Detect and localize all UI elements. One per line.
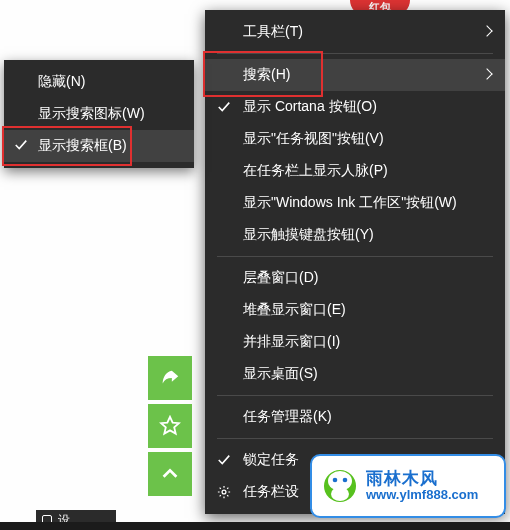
chevron-up-icon — [159, 463, 181, 485]
svg-point-0 — [222, 490, 226, 494]
menu-stacked-label: 堆叠显示窗口(E) — [243, 301, 346, 319]
menu-cortana-button-label: 显示 Cortana 按钮(O) — [243, 98, 377, 116]
menu-lock-taskbar-label: 锁定任务 — [243, 451, 299, 469]
menu-toolbars-label: 工具栏(T) — [243, 23, 303, 41]
menu-search-label: 搜索(H) — [243, 66, 290, 84]
svg-point-4 — [343, 478, 348, 483]
search-show-icon-label: 显示搜索图标(W) — [38, 105, 145, 123]
svg-point-5 — [331, 487, 349, 501]
search-show-box[interactable]: 显示搜索框(B) — [4, 130, 194, 162]
separator — [217, 438, 493, 439]
menu-side-by-side[interactable]: 并排显示窗口(I) — [205, 326, 505, 358]
menu-windows-ink-label: 显示"Windows Ink 工作区"按钮(W) — [243, 194, 457, 212]
checkmark-icon — [14, 138, 28, 152]
search-show-icon[interactable]: 显示搜索图标(W) — [4, 98, 194, 130]
watermark-url: www.ylmf888.com — [366, 488, 478, 502]
menu-search[interactable]: 搜索(H) — [205, 59, 505, 91]
menu-people-label: 在任务栏上显示人脉(P) — [243, 162, 388, 180]
checkmark-icon — [217, 453, 231, 467]
menu-stacked[interactable]: 堆叠显示窗口(E) — [205, 294, 505, 326]
search-hidden-label: 隐藏(N) — [38, 73, 85, 91]
menu-touch-keyboard-label: 显示触摸键盘按钮(Y) — [243, 226, 374, 244]
menu-cortana-button[interactable]: 显示 Cortana 按钮(O) — [205, 91, 505, 123]
star-icon — [159, 415, 181, 437]
taskbar-strip — [0, 522, 510, 530]
gear-icon — [217, 485, 231, 499]
separator — [217, 53, 493, 54]
share-button[interactable] — [148, 356, 192, 400]
share-icon — [159, 367, 181, 389]
separator — [217, 395, 493, 396]
menu-task-manager[interactable]: 任务管理器(K) — [205, 401, 505, 433]
menu-show-desktop[interactable]: 显示桌面(S) — [205, 358, 505, 390]
menu-task-manager-label: 任务管理器(K) — [243, 408, 332, 426]
menu-show-desktop-label: 显示桌面(S) — [243, 365, 318, 383]
search-submenu: 隐藏(N) 显示搜索图标(W) 显示搜索框(B) — [4, 60, 194, 168]
watermark-title: 雨林木风 — [366, 470, 478, 489]
menu-cascade-label: 层叠窗口(D) — [243, 269, 318, 287]
taskbar-context-menu: 工具栏(T) 搜索(H) 显示 Cortana 按钮(O) 显示"任务视图"按钮… — [205, 10, 505, 514]
watermark-logo — [320, 466, 360, 506]
menu-cascade[interactable]: 层叠窗口(D) — [205, 262, 505, 294]
floating-actions — [148, 356, 192, 496]
separator — [217, 256, 493, 257]
checkmark-icon — [217, 100, 231, 114]
favorite-button[interactable] — [148, 404, 192, 448]
search-show-box-label: 显示搜索框(B) — [38, 137, 127, 155]
search-hidden[interactable]: 隐藏(N) — [4, 66, 194, 98]
menu-people[interactable]: 在任务栏上显示人脉(P) — [205, 155, 505, 187]
menu-task-view[interactable]: 显示"任务视图"按钮(V) — [205, 123, 505, 155]
menu-task-view-label: 显示"任务视图"按钮(V) — [243, 130, 384, 148]
menu-touch-keyboard[interactable]: 显示触摸键盘按钮(Y) — [205, 219, 505, 251]
svg-point-3 — [333, 478, 338, 483]
watermark-banner: 雨林木风 www.ylmf888.com — [310, 454, 506, 518]
menu-toolbars[interactable]: 工具栏(T) — [205, 16, 505, 48]
scroll-up-button[interactable] — [148, 452, 192, 496]
menu-taskbar-settings-label: 任务栏设 — [243, 483, 299, 501]
menu-side-by-side-label: 并排显示窗口(I) — [243, 333, 340, 351]
menu-windows-ink[interactable]: 显示"Windows Ink 工作区"按钮(W) — [205, 187, 505, 219]
